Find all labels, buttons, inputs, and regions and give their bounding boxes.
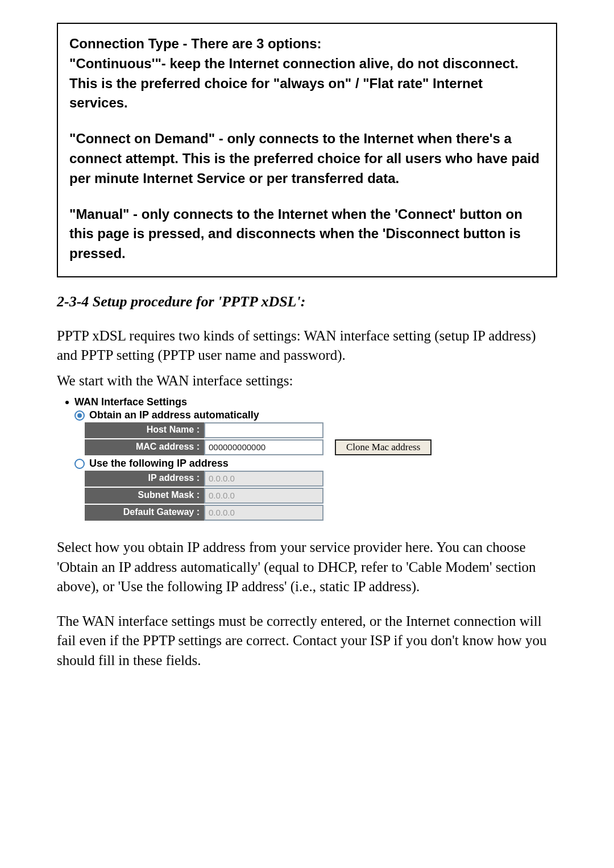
radio-row-auto[interactable]: Obtain an IP address automatically: [74, 409, 557, 421]
input-subnet-mask[interactable]: 0.0.0.0: [204, 488, 323, 504]
row-host-name: Host Name :: [85, 422, 557, 438]
radio-auto[interactable]: [74, 410, 85, 421]
wan-title: WAN Interface Settings: [74, 396, 187, 408]
label-ip-address: IP address :: [85, 471, 204, 487]
radio-auto-label: Obtain an IP address automatically: [89, 409, 259, 421]
info-box: Connection Type - There are 3 options: "…: [57, 23, 557, 277]
box-paragraph-demand: "Connect on Demand" - only connects to t…: [69, 129, 545, 188]
label-host-name: Host Name :: [85, 422, 204, 438]
input-default-gateway[interactable]: 0.0.0.0: [204, 505, 323, 521]
input-mac-address[interactable]: 000000000000: [204, 439, 323, 455]
radio-static-label: Use the following IP address: [89, 458, 229, 470]
box-paragraph-manual: "Manual" - only connects to the Internet…: [69, 205, 545, 264]
clone-mac-button[interactable]: Clone Mac address: [335, 439, 432, 455]
row-subnet-mask: Subnet Mask : 0.0.0.0: [85, 488, 557, 504]
intro-paragraph-1: PPTP xDSL requires two kinds of settings…: [57, 326, 557, 366]
box-line-conn-type: Connection Type - There are 3 options:: [69, 36, 322, 51]
label-mac-address: MAC address :: [85, 439, 204, 455]
bullet-icon: [65, 401, 69, 404]
label-default-gateway: Default Gateway :: [85, 505, 204, 521]
intro-paragraph-2: We start with the WAN interface settings…: [57, 371, 557, 391]
label-subnet-mask: Subnet Mask :: [85, 488, 204, 504]
section-heading: 2-3-4 Setup procedure for 'PPTP xDSL':: [57, 293, 557, 310]
radio-row-static[interactable]: Use the following IP address: [74, 458, 557, 470]
radio-static[interactable]: [74, 459, 85, 469]
input-ip-address[interactable]: 0.0.0.0: [204, 471, 323, 487]
row-ip-address: IP address : 0.0.0.0: [85, 471, 557, 487]
after-paragraph-2: The WAN interface settings must be corre…: [57, 612, 557, 671]
wan-settings-panel: WAN Interface Settings Obtain an IP addr…: [65, 396, 557, 521]
box-line-continuous: "Continuous'"- keep the Internet connect…: [69, 56, 518, 111]
input-host-name[interactable]: [204, 422, 323, 438]
after-paragraph-1: Select how you obtain IP address from yo…: [57, 538, 557, 597]
row-mac-address: MAC address : 000000000000 Clone Mac add…: [85, 439, 557, 455]
box-paragraph-1: Connection Type - There are 3 options: "…: [69, 34, 545, 113]
row-default-gateway: Default Gateway : 0.0.0.0: [85, 505, 557, 521]
